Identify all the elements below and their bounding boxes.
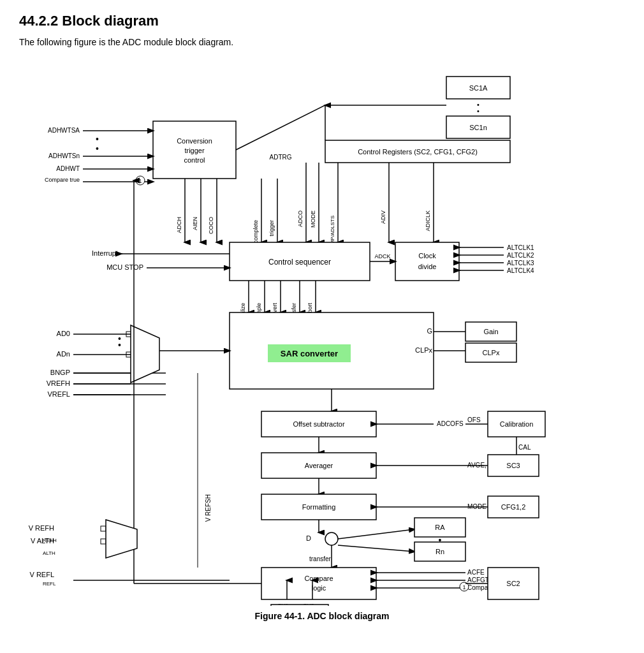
svg-line-13: [236, 105, 325, 150]
svg-text:ADCO: ADCO: [297, 210, 304, 227]
svg-text:Formatting: Formatting: [302, 503, 336, 511]
svg-text:Compare true: Compare true: [45, 177, 80, 183]
svg-text:MCU STOP: MCU STOP: [106, 263, 143, 271]
svg-text:ADIV: ADIV: [380, 210, 386, 224]
svg-text:Calibration: Calibration: [500, 420, 534, 428]
svg-text:ADTRG: ADTRG: [270, 154, 292, 161]
svg-text:V REFSH: V REFSH: [205, 494, 212, 522]
svg-text:transfer: transfer: [309, 555, 332, 562]
svg-text:SAR converter: SAR converter: [281, 349, 338, 358]
svg-text:trigger: trigger: [268, 220, 275, 237]
page-heading: 44.2.2 Block diagram: [19, 13, 625, 29]
svg-text:Clock: Clock: [418, 252, 436, 260]
svg-rect-50: [395, 242, 459, 281]
svg-text:OFS: OFS: [467, 416, 481, 423]
svg-text:COCO: COCO: [208, 217, 214, 234]
svg-marker-96: [131, 325, 159, 383]
svg-text:control: control: [184, 156, 205, 164]
svg-text:•: •: [477, 107, 479, 115]
svg-text:ADHWTSA: ADHWTSA: [48, 127, 80, 134]
svg-text:ADn: ADn: [57, 350, 70, 358]
svg-text:ADCK: ADCK: [374, 253, 390, 260]
svg-text:SC1n: SC1n: [469, 124, 487, 131]
svg-text:Gain: Gain: [483, 328, 498, 335]
svg-point-140: [325, 532, 338, 545]
svg-text:AIEN: AIEN: [192, 217, 198, 230]
svg-text:MODE: MODE: [310, 210, 316, 228]
svg-text:CAL: CAL: [518, 444, 531, 451]
svg-line-144: [338, 545, 414, 552]
svg-text:V REFL: V REFL: [29, 571, 54, 578]
svg-line-143: [338, 529, 414, 539]
svg-text:ADHWT: ADHWT: [56, 165, 80, 172]
svg-text:RA: RA: [435, 524, 445, 531]
figure-caption: Figure 44-1. ADC block diagram: [19, 611, 625, 621]
svg-marker-181: [106, 520, 137, 558]
svg-rect-151: [261, 568, 376, 599]
svg-text:G: G: [427, 327, 432, 335]
svg-text:Compare: Compare: [304, 575, 333, 582]
svg-text:REFL: REFL: [43, 581, 56, 587]
svg-rect-169: [271, 605, 328, 606]
svg-text:Averager: Averager: [305, 462, 333, 469]
svg-text:Conversion: Conversion: [177, 137, 212, 145]
svg-text:ALTCLK1: ALTCLK1: [507, 244, 534, 251]
svg-text:SC1A: SC1A: [469, 84, 488, 92]
svg-text:logic: logic: [312, 584, 326, 592]
svg-text:BNGP: BNGP: [50, 369, 70, 376]
svg-text:ALTCLK4: ALTCLK4: [507, 267, 534, 274]
svg-text:SC2: SC2: [506, 580, 520, 587]
svg-text:complete: complete: [252, 220, 259, 244]
svg-text:ALTCLK3: ALTCLK3: [507, 260, 534, 267]
svg-text:Control sequencer: Control sequencer: [268, 258, 331, 267]
svg-rect-175: [101, 526, 106, 531]
svg-text:CFG1,2: CFG1,2: [501, 503, 526, 511]
svg-text:trigger: trigger: [184, 147, 205, 154]
svg-text:•: •: [96, 143, 99, 154]
svg-text:ADICLK: ADICLK: [425, 210, 431, 231]
svg-text:•: •: [96, 134, 99, 144]
intro-text: The following figure is the ADC module b…: [19, 37, 625, 47]
svg-text:ACFE: ACFE: [467, 569, 485, 576]
svg-text:VREFH: VREFH: [47, 379, 70, 387]
svg-text:ALTH: ALTH: [43, 550, 55, 556]
svg-text:Control Registers (SC2, CFG1, : Control Registers (SC2, CFG1, CFG2): [358, 148, 478, 156]
block-diagram: SC1A • • SC1n Control Registers (SC2, CF…: [19, 57, 631, 606]
svg-text:SC3: SC3: [506, 462, 520, 469]
svg-text:V REFH: V REFH: [29, 524, 54, 532]
svg-text:CLPx: CLPx: [483, 349, 500, 356]
svg-text:•: •: [118, 340, 121, 350]
svg-text:ADCOFS: ADCOFS: [437, 420, 464, 427]
svg-rect-178: [101, 539, 106, 544]
svg-text:Offset subtractor: Offset subtractor: [293, 420, 344, 428]
svg-text:ADHWTSn: ADHWTSn: [48, 152, 80, 159]
svg-text:Interrupt: Interrupt: [92, 249, 118, 257]
svg-text:AD0: AD0: [57, 330, 70, 337]
svg-text:divide: divide: [418, 263, 437, 270]
svg-text:1: 1: [462, 584, 465, 591]
svg-text:ALTCLK2: ALTCLK2: [507, 252, 534, 259]
svg-text:CLPx: CLPx: [415, 346, 432, 354]
svg-text:ADCH: ADCH: [176, 217, 182, 233]
svg-text:Rn: Rn: [435, 548, 444, 555]
svg-text:1: 1: [138, 178, 142, 184]
svg-text:VREFL: VREFL: [48, 390, 70, 398]
svg-text:V ALTH: V ALTH: [31, 537, 54, 545]
svg-text:D: D: [306, 534, 311, 542]
